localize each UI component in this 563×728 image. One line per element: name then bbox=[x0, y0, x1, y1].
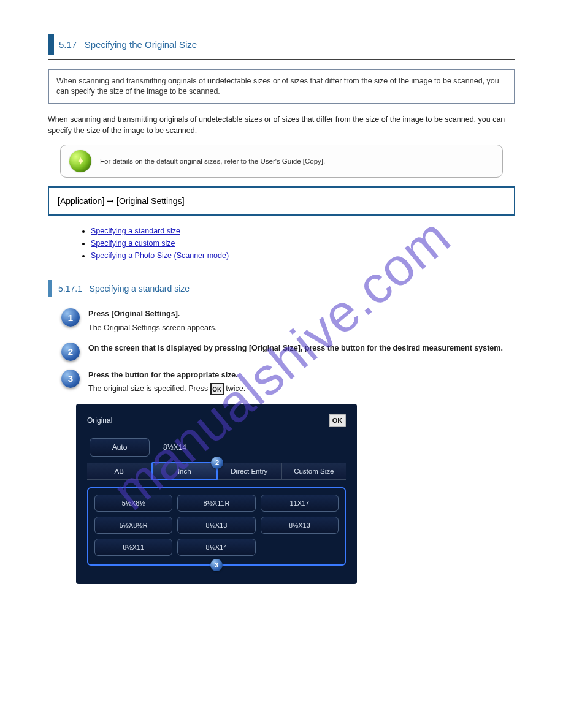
subsection-number: 5.17.1 bbox=[58, 284, 82, 294]
size-button[interactable]: 8½X11R bbox=[177, 495, 255, 512]
tab-inch-label: Inch bbox=[178, 468, 191, 475]
step-1-body: The Original Settings screen appears. bbox=[88, 324, 217, 332]
link-custom-size[interactable]: Specifying a custom size bbox=[91, 239, 175, 248]
tab-direct-entry[interactable]: Direct Entry bbox=[217, 463, 282, 479]
step-number-2-icon: 2 bbox=[61, 343, 80, 361]
callout-3-icon: 3 bbox=[210, 559, 223, 571]
link-standard-size[interactable]: Specifying a standard size bbox=[91, 227, 180, 235]
step-2: 2 On the screen that is displayed by pre… bbox=[61, 343, 515, 361]
size-button[interactable]: 8½X11 bbox=[94, 539, 172, 556]
auto-button[interactable]: Auto bbox=[90, 438, 150, 457]
tab-inch[interactable]: Inch 2 bbox=[151, 462, 218, 480]
touch-panel: Original OK Auto 8½X14 AB Inch 2 Direct … bbox=[76, 404, 357, 584]
section-title: Specifying the Original Size bbox=[85, 39, 197, 50]
tab-bar: AB Inch 2 Direct Entry Custom Size bbox=[87, 463, 346, 480]
link-list: Specifying a standard size Specifying a … bbox=[91, 227, 515, 260]
divider bbox=[48, 59, 515, 60]
step-3: 3 Press the button for the appropriate s… bbox=[61, 370, 515, 396]
size-button[interactable]: 11X17 bbox=[261, 495, 339, 512]
step-1-lead: Press [Original Settings]. bbox=[88, 308, 217, 320]
step-3-lead: Press the button for the appropriate siz… bbox=[88, 370, 245, 381]
size-button[interactable]: 5½X8½R bbox=[94, 517, 172, 534]
navigation-path-box: [Application] ➞ [Original Settings] bbox=[48, 186, 515, 216]
divider bbox=[48, 271, 515, 271]
tip-text: For details on the default original size… bbox=[100, 157, 325, 165]
section-heading: 5.17 Specifying the Original Size bbox=[48, 34, 515, 55]
step-3-body-after: twice. bbox=[226, 385, 245, 393]
size-button[interactable]: 8½X13 bbox=[177, 517, 255, 534]
tab-ab[interactable]: AB bbox=[87, 463, 152, 479]
summary-box: When scanning and transmitting originals… bbox=[48, 69, 515, 104]
intro-paragraph: When scanning and transmitting originals… bbox=[48, 114, 515, 136]
tab-custom-size[interactable]: Custom Size bbox=[282, 463, 347, 479]
step-number-1-icon: 1 bbox=[61, 308, 80, 327]
panel-ok-button[interactable]: OK bbox=[329, 414, 346, 427]
section-number: 5.17 bbox=[59, 39, 77, 50]
step-1: 1 Press [Original Settings]. The Origina… bbox=[61, 308, 515, 334]
auto-detected-size: 8½X14 bbox=[163, 443, 186, 452]
size-button[interactable]: 8⅛X13 bbox=[261, 517, 339, 534]
ok-key-icon: OK bbox=[210, 383, 224, 395]
lightbulb-icon: ✦ bbox=[69, 150, 91, 172]
step-2-lead: On the screen that is displayed by press… bbox=[88, 343, 503, 354]
size-grid: 5½X8½ 8½X11R 11X17 5½X8½R 8½X13 8⅛X13 8½… bbox=[87, 487, 346, 566]
tip-box: ✦ For details on the default original si… bbox=[60, 145, 503, 178]
step-number-3-icon: 3 bbox=[61, 370, 80, 388]
size-button[interactable]: 8½X14 bbox=[177, 539, 255, 556]
subsection-title: Specifying a standard size bbox=[90, 284, 190, 294]
size-button[interactable]: 5½X8½ bbox=[94, 495, 172, 512]
heading-bar-small bbox=[48, 280, 52, 297]
panel-title: Original bbox=[87, 416, 112, 425]
subsection-heading: 5.17.1 Specifying a standard size bbox=[48, 280, 515, 297]
heading-bar bbox=[48, 34, 54, 55]
link-photo-size[interactable]: Specifying a Photo Size (Scanner mode) bbox=[91, 251, 229, 260]
step-3-body-before: The original size is specified. Press bbox=[88, 385, 210, 393]
